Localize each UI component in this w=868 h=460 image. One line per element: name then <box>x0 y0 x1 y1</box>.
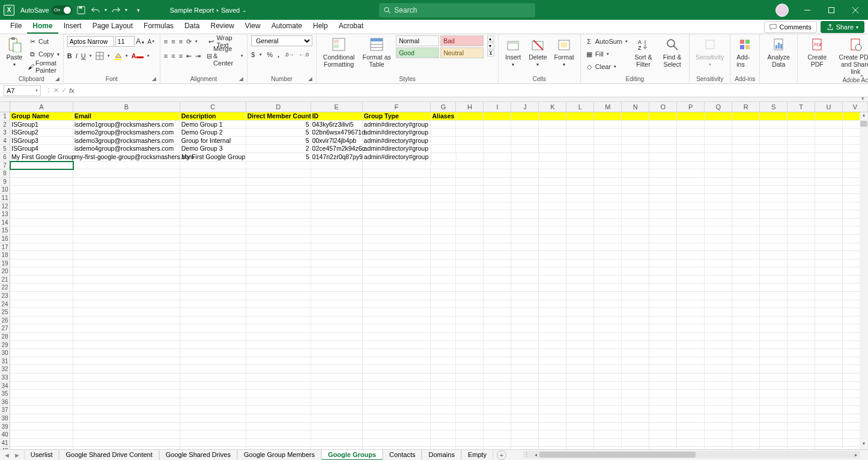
cell[interactable] <box>788 324 815 333</box>
cell[interactable] <box>677 186 705 194</box>
cell[interactable] <box>431 259 456 268</box>
col-header-E[interactable]: E <box>311 102 363 112</box>
cell[interactable] <box>246 406 311 414</box>
cell[interactable] <box>566 414 594 423</box>
cell[interactable] <box>677 414 705 423</box>
analyze-data-button[interactable]: Analyze Data <box>763 35 794 69</box>
cell[interactable] <box>311 406 363 414</box>
cell[interactable] <box>815 145 843 153</box>
cell[interactable] <box>594 186 622 194</box>
name-box[interactable]: A7▾ <box>4 85 41 96</box>
chevron-down-icon[interactable]: ⌄ <box>242 7 247 13</box>
row-header[interactable]: 23 <box>0 292 10 300</box>
cell[interactable] <box>10 341 73 350</box>
cell[interactable] <box>73 431 180 439</box>
cell[interactable] <box>311 357 363 366</box>
cell[interactable] <box>311 308 363 316</box>
cell[interactable] <box>484 423 511 431</box>
cell[interactable] <box>456 341 484 350</box>
cell[interactable] <box>363 423 431 431</box>
cell[interactable] <box>594 178 622 186</box>
cell[interactable] <box>594 210 622 219</box>
cell[interactable] <box>788 129 815 137</box>
cell[interactable] <box>705 431 732 439</box>
col-header-S[interactable]: S <box>760 102 788 112</box>
cell[interactable] <box>622 186 649 194</box>
cell[interactable] <box>732 357 760 366</box>
cell[interactable] <box>539 129 566 137</box>
cell[interactable] <box>705 121 732 129</box>
cell[interactable] <box>363 333 431 341</box>
cell[interactable]: ID <box>311 112 363 121</box>
cell[interactable] <box>705 129 732 137</box>
cell[interactable] <box>677 194 705 202</box>
col-header-C[interactable]: C <box>180 102 246 112</box>
cell[interactable] <box>246 349 311 357</box>
cell[interactable] <box>511 162 539 170</box>
cell[interactable] <box>311 283 363 292</box>
row-header[interactable]: 19 <box>0 259 10 268</box>
cell[interactable]: Demo Group 3 <box>180 145 246 153</box>
cell[interactable] <box>363 382 431 390</box>
cell[interactable] <box>815 349 843 357</box>
cell[interactable] <box>456 308 484 316</box>
cell[interactable] <box>180 202 246 211</box>
cell[interactable] <box>311 365 363 374</box>
cell[interactable] <box>760 324 788 333</box>
cell[interactable] <box>705 186 732 194</box>
cell[interactable] <box>10 357 73 366</box>
cell[interactable] <box>677 267 705 276</box>
cell[interactable] <box>732 382 760 390</box>
cell[interactable] <box>594 194 622 202</box>
cell[interactable] <box>705 267 732 276</box>
cell[interactable] <box>677 121 705 129</box>
cell[interactable] <box>622 178 649 186</box>
cell[interactable] <box>788 439 815 447</box>
cell[interactable] <box>511 390 539 398</box>
cell[interactable] <box>539 210 566 219</box>
cell[interactable] <box>457 153 484 162</box>
cell[interactable] <box>732 414 760 423</box>
cell[interactable] <box>594 292 622 300</box>
cell[interactable] <box>594 283 622 292</box>
cell[interactable] <box>539 121 566 129</box>
cell[interactable] <box>705 194 732 202</box>
cell[interactable] <box>539 267 566 276</box>
cell[interactable] <box>732 276 760 284</box>
cell[interactable] <box>180 333 246 341</box>
decrease-decimal-icon[interactable]: ←.0 <box>299 52 309 58</box>
cell[interactable] <box>10 194 73 202</box>
cell[interactable] <box>815 129 843 137</box>
share-button[interactable]: Share ▾ <box>821 21 864 33</box>
cell[interactable] <box>73 382 180 390</box>
close-button[interactable] <box>844 0 867 20</box>
cell[interactable] <box>649 153 677 162</box>
cell[interactable] <box>484 129 511 137</box>
cell[interactable] <box>788 178 815 186</box>
cell[interactable] <box>788 251 815 259</box>
cell[interactable] <box>246 251 311 259</box>
cell[interactable] <box>539 423 566 431</box>
cell[interactable] <box>511 259 539 268</box>
cell[interactable] <box>484 374 511 382</box>
cell[interactable] <box>677 129 705 137</box>
cell[interactable] <box>594 219 622 227</box>
cell[interactable] <box>649 316 677 325</box>
cell[interactable] <box>10 235 73 243</box>
row-header[interactable]: 22 <box>0 283 10 292</box>
cell[interactable] <box>815 169 843 178</box>
cell[interactable] <box>73 178 180 186</box>
cell[interactable] <box>539 251 566 259</box>
row-header[interactable]: 27 <box>0 324 10 333</box>
cell[interactable] <box>311 439 363 447</box>
cell[interactable] <box>732 300 760 309</box>
autosave[interactable]: AutoSave On <box>20 5 72 15</box>
cell[interactable] <box>705 235 732 243</box>
cell[interactable] <box>788 243 815 252</box>
cell[interactable] <box>539 145 566 153</box>
cell[interactable] <box>649 251 677 259</box>
cell[interactable] <box>363 316 431 325</box>
horizontal-scrollbar[interactable]: ⋮ ◂ ▸ <box>523 451 860 458</box>
cell[interactable] <box>649 210 677 219</box>
cell[interactable] <box>511 341 539 350</box>
